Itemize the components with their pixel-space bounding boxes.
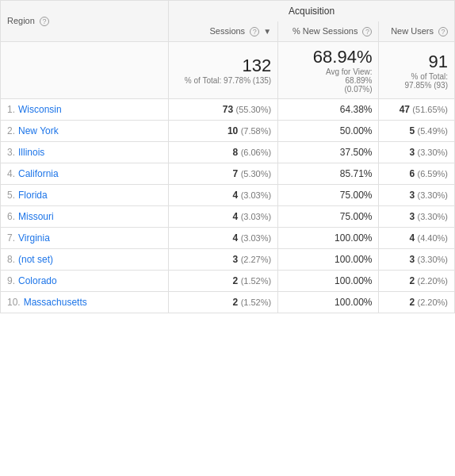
new-sessions-header[interactable]: % New Sessions ? <box>278 21 379 42</box>
sessions-pct: (3.03%) <box>241 212 272 221</box>
new-users-pct: (2.20%) <box>417 276 448 286</box>
row-number: 1. <box>7 104 15 115</box>
new-users-pct: (3.30%) <box>417 212 448 221</box>
totals-new-sessions-sub2: 68.89% <box>285 76 372 85</box>
new-users-cell: 2 (2.20%) <box>379 271 455 292</box>
new-sessions-value: 64.38% <box>340 104 373 115</box>
sessions-value: 7 <box>233 168 239 179</box>
new-users-header[interactable]: New Users ? <box>379 21 455 42</box>
new-users-cell: 47 (51.65%) <box>379 99 455 121</box>
region-link[interactable]: Illinois <box>18 147 44 158</box>
region-link[interactable]: Florida <box>18 190 48 201</box>
new-users-value: 47 <box>400 104 410 115</box>
acquisition-header: Acquisition <box>169 1 455 22</box>
sessions-header[interactable]: Sessions ? ▼ <box>169 21 278 42</box>
new-sessions-value: 85.71% <box>340 168 373 179</box>
totals-region-cell <box>1 42 169 99</box>
region-cell: 7.Virginia <box>1 228 169 249</box>
totals-new-sessions-sub1: Avg for View: <box>285 67 372 76</box>
new-users-pct: (2.20%) <box>417 298 448 307</box>
region-help-icon[interactable]: ? <box>40 17 49 26</box>
sessions-pct: (3.03%) <box>241 190 272 200</box>
row-number: 2. <box>7 125 15 136</box>
table-row: 3.Illinois8 (6.06%)37.50%3 (3.30%) <box>1 142 455 163</box>
totals-sessions-sub: % of Total: 97.78% (135) <box>175 76 271 85</box>
totals-sessions-cell: 132 % of Total: 97.78% (135) <box>169 42 278 99</box>
new-sessions-cell: 64.38% <box>278 99 379 121</box>
new-sessions-cell: 50.00% <box>278 121 379 142</box>
table-row: 4.California7 (5.30%)85.71%6 (6.59%) <box>1 163 455 185</box>
sessions-cell: 4 (3.03%) <box>169 185 278 206</box>
sessions-value: 4 <box>233 211 239 222</box>
acquisition-label: Acquisition <box>289 6 335 17</box>
totals-new-users-cell: 91 % of Total: 97.85% (93) <box>379 42 455 99</box>
sessions-cell: 7 (5.30%) <box>169 163 278 185</box>
new-sessions-cell: 100.00% <box>278 249 379 271</box>
row-number: 5. <box>7 190 15 201</box>
new-users-cell: 6 (6.59%) <box>379 163 455 185</box>
table-row: 7.Virginia4 (3.03%)100.00%4 (4.40%) <box>1 228 455 249</box>
region-cell: 6.Missouri <box>1 206 169 228</box>
totals-new-users-sub: % of Total: 97.85% (93) <box>385 72 448 90</box>
region-link[interactable]: California <box>18 168 59 179</box>
sessions-pct: (5.30%) <box>241 169 272 178</box>
region-link[interactable]: Missouri <box>18 211 54 222</box>
sessions-value: 10 <box>228 125 238 136</box>
sessions-cell: 10 (7.58%) <box>169 121 278 142</box>
row-number: 8. <box>7 254 15 265</box>
new-users-pct: (3.30%) <box>417 148 448 157</box>
region-link[interactable]: Colorado <box>18 275 57 286</box>
sessions-sort-icon[interactable]: ▼ <box>263 27 271 36</box>
table-row: 6.Missouri4 (3.03%)75.00%3 (3.30%) <box>1 206 455 228</box>
sessions-cell: 2 (1.52%) <box>169 271 278 292</box>
sessions-pct: (6.06%) <box>241 148 272 157</box>
sessions-help-icon[interactable]: ? <box>250 27 259 36</box>
sessions-pct: (55.30%) <box>236 105 272 114</box>
region-link[interactable]: (not set) <box>18 254 53 265</box>
new-users-cell: 2 (2.20%) <box>379 292 455 313</box>
table-row: 9.Colorado2 (1.52%)100.00%2 (2.20%) <box>1 271 455 292</box>
region-link[interactable]: New York <box>18 125 59 136</box>
new-users-pct: (5.49%) <box>417 126 448 136</box>
new-users-value: 2 <box>409 275 415 286</box>
sessions-value: 4 <box>233 232 239 244</box>
new-sessions-cell: 100.00% <box>278 292 379 313</box>
region-cell: 2.New York <box>1 121 169 142</box>
region-link[interactable]: Virginia <box>18 232 50 244</box>
new-sessions-cell: 75.00% <box>278 185 379 206</box>
sessions-pct: (7.58%) <box>241 126 272 136</box>
table-row: 2.New York10 (7.58%)50.00%5 (5.49%) <box>1 121 455 142</box>
sessions-pct: (1.52%) <box>241 298 272 307</box>
new-users-cell: 3 (3.30%) <box>379 206 455 228</box>
new-users-cell: 5 (5.49%) <box>379 121 455 142</box>
new-users-value: 3 <box>409 190 415 201</box>
totals-new-users-value: 91 <box>385 52 448 72</box>
row-number: 7. <box>7 232 15 244</box>
new-users-value: 3 <box>409 211 415 222</box>
new-users-help-icon[interactable]: ? <box>438 27 448 36</box>
row-number: 10. <box>7 297 21 308</box>
totals-sessions-value: 132 <box>175 56 271 76</box>
sessions-value: 3 <box>233 254 239 265</box>
region-cell: 10.Massachusetts <box>1 292 169 313</box>
sessions-pct: (2.27%) <box>241 255 272 264</box>
new-users-pct: (4.40%) <box>417 233 448 243</box>
region-header: Region ? <box>1 1 169 42</box>
sessions-value: 4 <box>233 190 239 201</box>
sessions-value: 8 <box>233 147 239 158</box>
region-link[interactable]: Wisconsin <box>18 104 62 115</box>
new-sessions-value: 100.00% <box>335 275 372 286</box>
region-cell: 8.(not set) <box>1 249 169 271</box>
table-row: 8.(not set)3 (2.27%)100.00%3 (3.30%) <box>1 249 455 271</box>
new-sessions-value: 100.00% <box>335 254 372 265</box>
sessions-pct: (3.03%) <box>241 233 272 243</box>
table-row: 1.Wisconsin73 (55.30%)64.38%47 (51.65%) <box>1 99 455 121</box>
row-number: 4. <box>7 168 15 179</box>
new-sessions-help-icon[interactable]: ? <box>362 27 372 36</box>
sessions-pct: (1.52%) <box>241 276 272 286</box>
new-sessions-cell: 100.00% <box>278 271 379 292</box>
new-users-value: 2 <box>409 297 415 308</box>
new-sessions-cell: 37.50% <box>278 142 379 163</box>
new-users-pct: (3.30%) <box>417 255 448 264</box>
region-link[interactable]: Massachusetts <box>24 297 87 308</box>
